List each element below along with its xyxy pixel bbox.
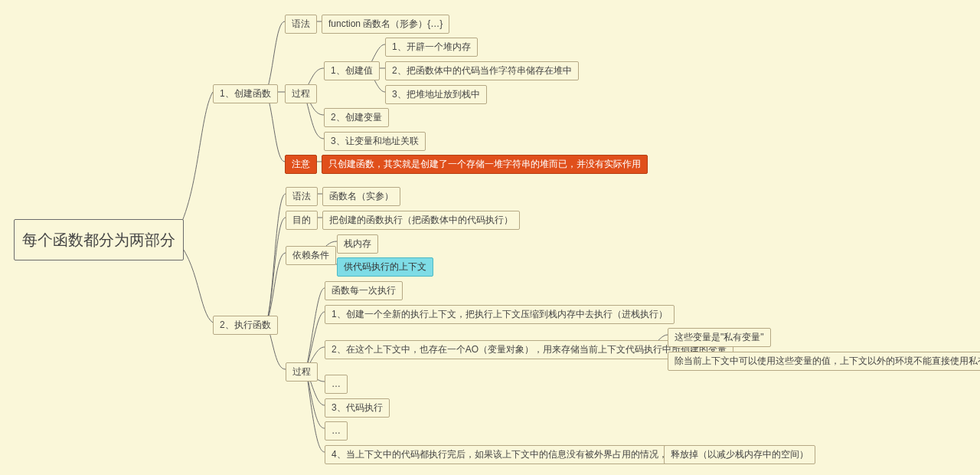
root-node[interactable]: 每个函数都分为两部分: [14, 219, 184, 260]
create-note-val[interactable]: 只创建函数，其实就是创建了一个存储一堆字符串的堆而已，并没有实际作用: [322, 155, 648, 174]
exec-dependency[interactable]: 依赖条件: [286, 246, 336, 265]
branch-exec-fn[interactable]: 2、执行函数: [213, 316, 278, 335]
create-syntax-val[interactable]: function 函数名（形参）{…}: [322, 15, 449, 34]
cv-step3[interactable]: 3、把堆地址放到栈中: [385, 85, 487, 104]
exec-syntax[interactable]: 语法: [286, 187, 318, 206]
dep-stack[interactable]: 栈内存: [337, 234, 378, 254]
create-syntax[interactable]: 语法: [285, 15, 317, 34]
proc-step2b[interactable]: 除当前上下文中可以使用这些变量的值，上下文以外的环境不能直接使用私有变量的值: [668, 352, 980, 371]
proc-step3[interactable]: 3、代码执行: [325, 398, 390, 418]
proc-dots2[interactable]: …: [325, 421, 348, 441]
branch-create-fn[interactable]: 1、创建函数: [213, 84, 278, 103]
proc-step2a[interactable]: 这些变量是"私有变量": [668, 328, 771, 347]
exec-syntax-val[interactable]: 函数名（实参）: [322, 187, 400, 206]
proc-everytime[interactable]: 函数每一次执行: [325, 281, 403, 300]
proc-step4a[interactable]: 释放掉（以减少栈内存中的空间）: [664, 445, 815, 464]
exec-proc[interactable]: 过程: [286, 362, 318, 382]
proc-create-value[interactable]: 1、创建值: [324, 61, 380, 80]
proc-dots1[interactable]: …: [325, 375, 348, 394]
cv-step1[interactable]: 1、开辟一个堆内存: [385, 38, 478, 57]
proc-create-var[interactable]: 2、创建变量: [324, 108, 389, 127]
exec-purpose-val[interactable]: 把创建的函数执行（把函数体中的代码执行）: [322, 211, 520, 230]
proc-link[interactable]: 3、让变量和地址关联: [324, 132, 426, 151]
exec-purpose[interactable]: 目的: [286, 211, 318, 230]
dep-context[interactable]: 供代码执行的上下文: [337, 257, 433, 277]
create-note[interactable]: 注意: [285, 155, 317, 174]
proc-step1[interactable]: 1、创建一个全新的执行上下文，把执行上下文压缩到栈内存中去执行（进栈执行）: [325, 305, 675, 324]
cv-step2[interactable]: 2、把函数体中的代码当作字符串储存在堆中: [385, 61, 579, 80]
create-proc[interactable]: 过程: [285, 84, 317, 103]
